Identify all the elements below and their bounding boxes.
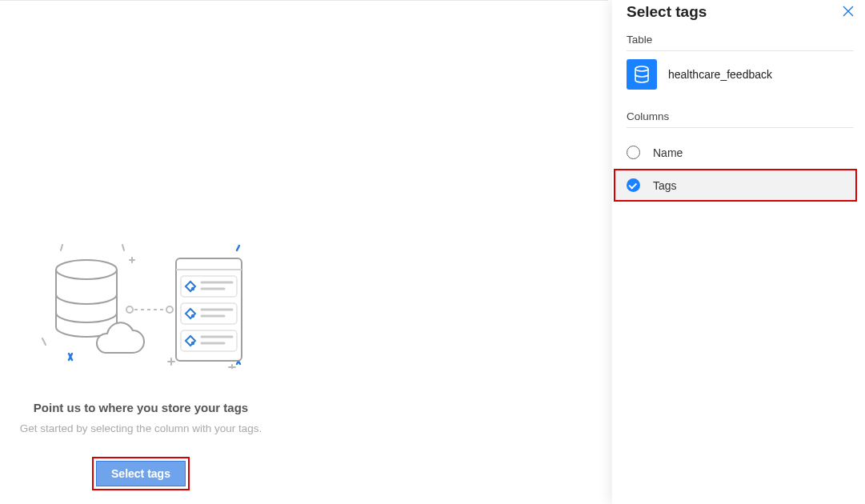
empty-state-subtitle: Get started by selecting the column with… <box>0 422 282 434</box>
column-label: Name <box>653 146 683 159</box>
svg-point-25 <box>191 314 194 318</box>
svg-point-15 <box>126 306 133 313</box>
svg-point-21 <box>191 287 194 290</box>
table-section-label: Table <box>612 34 865 50</box>
svg-point-29 <box>191 342 194 345</box>
panel-header: Select tags <box>612 3 865 34</box>
columns-section-label: Columns <box>612 110 865 127</box>
columns-section: Columns Name Tags <box>612 110 865 202</box>
svg-point-17 <box>166 306 173 313</box>
svg-line-8 <box>237 246 239 250</box>
svg-line-0 <box>61 245 62 250</box>
empty-state: Point us to where you store your tags Ge… <box>0 241 282 490</box>
divider <box>627 50 854 51</box>
radio-unchecked-icon <box>627 146 640 159</box>
panel-title: Select tags <box>627 3 707 21</box>
select-tags-panel: Select tags Table healthcare_feedback Co… <box>612 0 865 504</box>
close-icon[interactable] <box>843 3 854 18</box>
database-icon <box>627 59 657 90</box>
column-option-tags[interactable]: Tags <box>614 169 857 202</box>
empty-state-title: Point us to where you store your tags <box>0 401 282 414</box>
select-tags-button[interactable]: Select tags <box>96 461 186 486</box>
table-name: healthcare_feedback <box>668 68 772 81</box>
tags-illustration <box>37 241 245 369</box>
select-tags-button-highlight: Select tags <box>92 457 190 490</box>
svg-line-1 <box>122 245 124 250</box>
svg-point-14 <box>56 260 117 279</box>
svg-point-32 <box>635 66 648 71</box>
divider <box>627 127 854 128</box>
column-label: Tags <box>653 179 677 192</box>
selected-table-row: healthcare_feedback <box>612 59 865 101</box>
radio-checked-icon <box>627 178 640 192</box>
svg-line-9 <box>42 338 46 345</box>
main-content: Point us to where you store your tags Ge… <box>0 0 608 504</box>
column-option-name[interactable]: Name <box>612 136 865 169</box>
